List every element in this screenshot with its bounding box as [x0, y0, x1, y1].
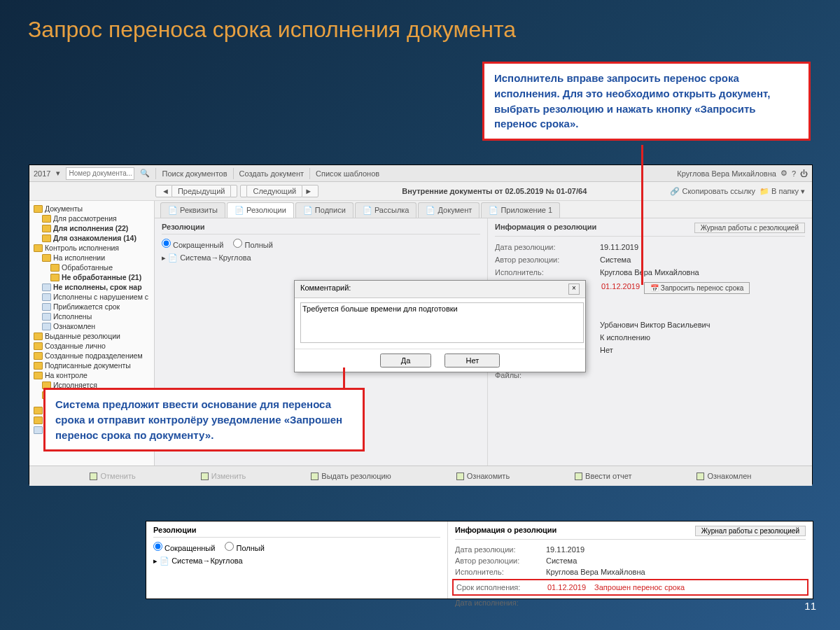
tree-item[interactable]: Выданные резолюции [29, 331, 154, 341]
tree-item[interactable]: Документы [29, 204, 154, 214]
info-row: Автор резолюции:Система [455, 555, 806, 566]
to-folder-button[interactable]: 📁 В папку ▾ [760, 187, 805, 196]
s2-radio-full[interactable]: Полный [225, 542, 264, 552]
action-Изменить[interactable]: Изменить [201, 472, 246, 480]
resolution-tree-item[interactable]: ▸ 📄 Система→Круглова [162, 253, 480, 262]
comment-textarea[interactable] [300, 302, 584, 343]
help-icon[interactable]: ? [792, 169, 796, 178]
app-toolbar: 2017▾ 🔍 Поиск документов Создать докумен… [29, 165, 812, 182]
document-title: Внутренние документы от 02.05.2019 № 01-… [318, 187, 670, 195]
info-row: Исполнитель:Круглова Вера Михайловна [495, 266, 805, 279]
info-row: Дата резолюции:19.11.2019 [495, 241, 805, 253]
tab-Подписи[interactable]: 📄 Подписи [295, 202, 354, 218]
info-header: Информация о резолюции [495, 223, 596, 233]
tab-Документ[interactable]: 📄 Документ [418, 202, 479, 218]
resolutions-header: Резолюции [162, 223, 480, 234]
deadline-highlight: Срок исполнения: 01.12.2019 Запрошен пер… [452, 579, 808, 596]
tree-item[interactable]: Не обработанные (21) [29, 272, 154, 282]
power-icon[interactable]: ⏻ [800, 169, 808, 178]
s2-info-header: Информация о резолюции [455, 526, 556, 536]
gear-icon[interactable]: ⚙ [780, 169, 788, 178]
s2-deadline-status: Запрошен перенос срока [594, 583, 685, 592]
search-docs-link[interactable]: Поиск документов [162, 169, 227, 178]
year-selector[interactable]: 2017 [34, 169, 50, 178]
tree-item[interactable]: Исполнены [29, 312, 154, 321]
tree-item[interactable]: Исполнены с нарушением с [29, 292, 154, 302]
s2-resolutions-header: Резолюции [153, 526, 440, 538]
tree-item[interactable]: Подписанные документы [29, 360, 154, 370]
info-row: Автор резолюции:Система [495, 253, 805, 266]
deadline-date: 01.12.2019 [601, 282, 640, 294]
tree-item[interactable]: Не исполнены, срок нар [29, 282, 154, 292]
radio-full[interactable]: Полный [233, 239, 272, 249]
tree-item[interactable]: Контроль исполнения [29, 243, 154, 253]
info-row: Исполнитель:Круглова Вера Михайловна [455, 566, 806, 578]
tree-item[interactable]: Для ознакомления (14) [29, 233, 154, 243]
next-doc-button[interactable]: Следующий ► [240, 185, 318, 197]
current-user: Круглова Вера Михайловна [677, 169, 776, 178]
action-Ознакомлен[interactable]: Ознакомлен [696, 472, 751, 480]
no-button[interactable]: Нет [444, 354, 500, 368]
request-deadline-button[interactable]: 📅 Запросить перенос срока [644, 282, 750, 294]
radio-short[interactable]: Сокращенный [162, 239, 223, 249]
prev-doc-button[interactable]: ◄ Предыдущий [155, 185, 237, 197]
copy-link-button[interactable]: 🔗 Скопировать ссылку [670, 187, 755, 196]
tree-item[interactable]: Для рассмотрения [29, 214, 154, 223]
tab-Рассылка[interactable]: 📄 Рассылка [355, 202, 417, 218]
action-Отменить[interactable]: Отменить [90, 472, 135, 480]
tree-item[interactable]: Приближается срок [29, 302, 154, 312]
callout-top: Исполнитель вправе запросить перенос сро… [482, 62, 811, 141]
info-row: Дата резолюции:19.11.2019 [455, 544, 806, 555]
templates-link[interactable]: Список шаблонов [316, 169, 379, 178]
doc-tabs: 📄 Реквизиты📄 Резолюции📄 Подписи📄 Рассылк… [155, 201, 812, 218]
tab-Реквизиты[interactable]: 📄 Реквизиты [160, 202, 225, 218]
action-toolbar: Отменить Изменить Выдать резолюцию Ознак… [29, 465, 812, 486]
journal-button[interactable]: Журнал работы с резолюцией [694, 223, 805, 233]
s2-deadline-date: 01.12.2019 [547, 583, 586, 592]
tab-Резолюции[interactable]: 📄 Резолюции [227, 202, 294, 218]
action-Ознакомить[interactable]: Ознакомить [456, 472, 510, 480]
doc-nav-row: ◄ Предыдущий Следующий ► Внутренние доку… [29, 182, 812, 201]
close-icon[interactable]: × [568, 284, 580, 295]
s2-journal-button[interactable]: Журнал работы с резолюцией [695, 526, 806, 536]
tree-item[interactable]: На исполнении [29, 253, 154, 262]
action-Ввести отчет[interactable]: Ввести отчет [575, 472, 631, 480]
result-panel: Резолюции Сокращенный Полный ▸ 📄 Система… [146, 521, 813, 599]
comment-dialog: Комментарий: × Да Нет [294, 280, 586, 372]
create-doc-link[interactable]: Создать документ [239, 169, 304, 178]
tree-item[interactable]: На контроле [29, 370, 154, 380]
page-number: 11 [804, 600, 816, 612]
yes-button[interactable]: Да [380, 354, 432, 368]
tree-item[interactable]: Для исполнения (22) [29, 223, 154, 233]
slide-title: Запрос переноса срока исполнения докумен… [28, 17, 516, 43]
tree-item[interactable]: Ознакомлен [29, 321, 154, 331]
search-icon[interactable]: 🔍 [140, 169, 150, 178]
s2-tree-item[interactable]: ▸ 📄 Система→Круглова [153, 556, 440, 566]
doc-number-input[interactable] [66, 167, 134, 180]
tree-item[interactable]: Созданные лично [29, 341, 154, 351]
tree-item[interactable]: Обработанные [29, 262, 154, 272]
callout-bottom: Система предложит ввести основание для п… [43, 388, 365, 451]
dialog-title: Комментарий: [300, 284, 351, 295]
tab-Приложение 1[interactable]: 📄 Приложение 1 [481, 202, 560, 218]
tree-item[interactable]: Созданные подразделением [29, 351, 154, 360]
action-Выдать резолюцию[interactable]: Выдать резолюцию [311, 472, 391, 480]
s2-radio-short[interactable]: Сокращенный [153, 542, 215, 552]
